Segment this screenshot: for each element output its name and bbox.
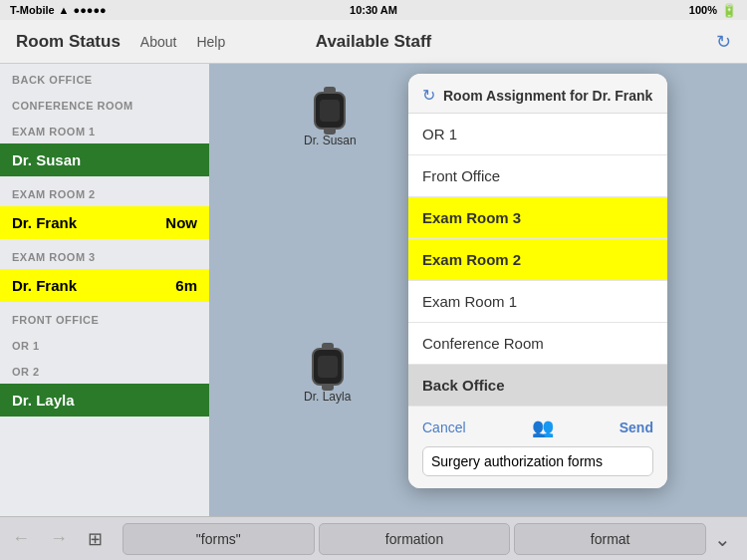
right-panel: Dr. Susan Dr. Layla Dr. Frank ↻ Room Ass…	[209, 64, 747, 516]
popup-room-conference[interactable]: Conference Room	[408, 323, 667, 365]
suggestion-formation[interactable]: formation	[319, 523, 511, 555]
refresh-button[interactable]: ↻	[716, 31, 731, 53]
popup-cancel-button[interactable]: Cancel	[422, 420, 466, 435]
popup-room-exam1[interactable]: Exam Room 1	[408, 281, 667, 323]
popup-message-input[interactable]	[422, 446, 653, 476]
signal-icon: ●●●●●	[74, 4, 107, 16]
section-or-2: OR 2	[0, 356, 209, 382]
section-conference-room: CONFERENCE ROOM	[0, 90, 209, 116]
popup-room-or1[interactable]: OR 1	[408, 114, 667, 155]
staff-watch-layla[interactable]: Dr. Layla	[304, 348, 351, 404]
suggestion-format[interactable]: format	[514, 523, 706, 555]
nav-bar: Room Status About Help Available Staff ↻	[0, 20, 747, 64]
nav-help-link[interactable]: Help	[196, 34, 225, 50]
exam-room-3-occupied[interactable]: Dr. Frank 6m	[0, 269, 209, 302]
popup-room-list: OR 1 Front Office Exam Room 3 Exam Room …	[408, 114, 667, 407]
exam-room-2-doctor: Dr. Frank	[12, 214, 77, 231]
exam-room-2-occupied[interactable]: Dr. Frank Now	[0, 206, 209, 239]
battery-icon: 🔋	[721, 3, 737, 18]
section-exam-room-2: EXAM ROOM 2	[0, 178, 209, 204]
nav-about-link[interactable]: About	[140, 34, 177, 50]
status-bar-right: 100% 🔋	[689, 3, 737, 18]
wifi-icon: ▲	[59, 4, 70, 16]
popup-message-actions: Cancel 👥 Send	[422, 413, 653, 442]
status-bar-left: T-Mobile ▲ ●●●●●	[10, 4, 107, 16]
status-bar-time: 10:30 AM	[350, 4, 397, 16]
or-2-doctor: Dr. Layla	[12, 392, 75, 409]
section-exam-room-3: EXAM ROOM 3	[0, 241, 209, 267]
popup-message-area: Cancel 👥 Send	[408, 407, 667, 488]
staff-name-layla: Dr. Layla	[304, 390, 351, 404]
section-front-office: FRONT OFFICE	[0, 304, 209, 330]
watch-body-susan	[314, 92, 346, 130]
suggestion-forms[interactable]: "forms"	[123, 523, 315, 555]
section-back-office: BACK OFFICE	[0, 64, 209, 90]
popup-send-button[interactable]: Send	[620, 420, 653, 435]
back-button[interactable]: ←	[8, 524, 34, 554]
popup-refresh-icon: ↻	[422, 86, 435, 105]
staff-watch-susan[interactable]: Dr. Susan	[304, 92, 357, 147]
popup-room-front-office[interactable]: Front Office	[408, 155, 667, 197]
popup-room-exam2[interactable]: Exam Room 2	[408, 239, 667, 281]
popup-room-back-office[interactable]: Back Office	[408, 365, 667, 407]
watch-body-layla	[312, 348, 344, 386]
room-assignment-popup: ↻ Room Assignment for Dr. Frank OR 1 Fro…	[408, 74, 667, 488]
popup-room-exam3[interactable]: Exam Room 3	[408, 197, 667, 239]
keyboard-dismiss-button[interactable]: ⌄	[706, 523, 739, 555]
popup-header: ↻ Room Assignment for Dr. Frank	[408, 74, 667, 114]
nav-right-title: Available Staff	[316, 32, 432, 52]
exam-room-3-time: 6m	[175, 277, 197, 294]
status-bar: T-Mobile ▲ ●●●●● 10:30 AM 100% 🔋	[0, 0, 747, 20]
popup-people-icon: 👥	[532, 417, 554, 438]
section-exam-room-1: EXAM ROOM 1	[0, 116, 209, 141]
popup-header-title: Room Assignment for Dr. Frank	[443, 88, 652, 104]
dict-button[interactable]: ⊞	[84, 524, 107, 554]
bottom-suggestions: "forms" formation format	[123, 523, 706, 555]
left-panel: BACK OFFICE CONFERENCE ROOM EXAM ROOM 1 …	[0, 64, 209, 516]
exam-room-1-occupied[interactable]: Dr. Susan	[0, 143, 209, 176]
exam-room-3-doctor: Dr. Frank	[12, 277, 77, 294]
carrier-label: T-Mobile	[10, 4, 55, 16]
section-or-1: OR 1	[0, 330, 209, 356]
battery-label: 100%	[689, 4, 717, 16]
nav-title: Room Status	[16, 32, 121, 52]
bottom-bar: ← → ⊞ "forms" formation format ⌄	[0, 516, 747, 560]
exam-room-1-doctor: Dr. Susan	[12, 151, 81, 168]
exam-room-2-time: Now	[165, 214, 197, 231]
staff-name-susan: Dr. Susan	[304, 134, 357, 147]
or-2-occupied[interactable]: Dr. Layla	[0, 384, 209, 417]
bottom-nav-buttons: ← → ⊞	[8, 524, 107, 554]
watch-screen-layla	[318, 356, 338, 378]
main-content: BACK OFFICE CONFERENCE ROOM EXAM ROOM 1 …	[0, 64, 747, 516]
nav-links: About Help	[140, 34, 225, 50]
watch-screen-susan	[320, 100, 340, 122]
forward-button[interactable]: →	[46, 524, 72, 554]
